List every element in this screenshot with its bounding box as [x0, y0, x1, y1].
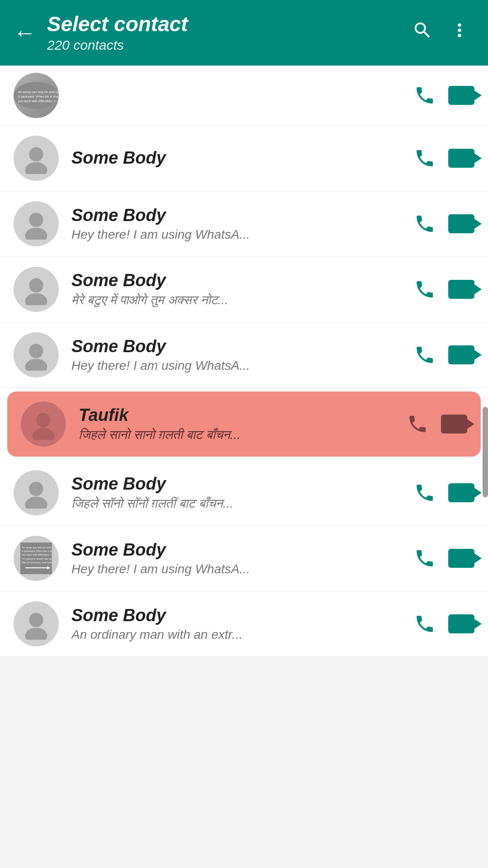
- list-item[interactable]: Some Body जिहले सॉनो सॉनों ग़लतीं बाट बा…: [0, 460, 488, 526]
- contact-status: Hey there! I am using WhatsA...: [71, 359, 407, 373]
- call-button[interactable]: [414, 213, 436, 235]
- page-title: Select contact: [47, 13, 188, 36]
- contact-status: Hey there! I am using WhatsA...: [71, 227, 407, 242]
- svg-text:An arrow can only be shot by p: An arrow can only be shot by pulling: [18, 90, 59, 94]
- contact-count: 220 contacts: [47, 38, 188, 53]
- scrollbar[interactable]: [483, 407, 488, 497]
- avatar: [14, 332, 59, 377]
- contact-name: Some Body: [71, 605, 407, 626]
- video-call-button[interactable]: [448, 345, 474, 364]
- contact-status: An ordinary man with an extr...: [71, 627, 407, 642]
- svg-point-10: [29, 344, 43, 358]
- call-button[interactable]: [414, 278, 436, 300]
- list-item[interactable]: Taufik जिहले सानो सानो ग़लती बाट बाँचन..…: [7, 392, 481, 457]
- call-button[interactable]: [414, 85, 436, 106]
- list-item[interactable]: Some Body: [0, 126, 488, 191]
- call-button[interactable]: [414, 482, 436, 504]
- search-icon[interactable]: [412, 20, 433, 46]
- header-right: [412, 20, 470, 46]
- svg-text:it backward. When life is drag: it backward. When life is dragging: [22, 550, 52, 552]
- list-item[interactable]: An arrow can only be shot by pulling it …: [0, 526, 488, 591]
- list-item[interactable]: Some Body Hey there! I am using WhatsA..…: [0, 322, 488, 388]
- contact-name: Some Body: [71, 270, 407, 291]
- svg-point-13: [33, 428, 55, 439]
- contact-name: Some Body: [71, 148, 407, 169]
- svg-text:you back with difficulties, it: you back with difficulties, it means: [18, 99, 59, 103]
- contact-list: An arrow can only be shot by pulling it …: [0, 66, 488, 657]
- contact-status: जिहले सानो सानो ग़लती बाट बाँचन...: [79, 428, 399, 443]
- contact-actions: [407, 413, 467, 435]
- contact-name: Some Body: [71, 474, 407, 495]
- contact-actions: [414, 547, 474, 569]
- avatar: [14, 267, 59, 312]
- contact-actions: [414, 278, 474, 300]
- svg-point-15: [25, 496, 47, 508]
- contact-actions: [414, 213, 474, 235]
- contact-actions: [414, 147, 474, 169]
- svg-point-11: [25, 359, 47, 370]
- avatar: [14, 470, 59, 515]
- contact-name: Some Body: [71, 205, 407, 226]
- partial-contact-item[interactable]: An arrow can only be shot by pulling it …: [0, 66, 488, 126]
- avatar: [21, 401, 66, 447]
- video-call-button[interactable]: [448, 614, 474, 633]
- video-call-button[interactable]: [448, 280, 474, 299]
- contact-name: Some Body: [71, 540, 407, 561]
- contact-status: जिहले सॉनो सॉनों ग़लतीं बाट बाँचन...: [71, 496, 407, 511]
- video-call-button[interactable]: [441, 415, 467, 434]
- contact-actions: [414, 85, 474, 106]
- contact-info: Some Body: [71, 148, 407, 169]
- contact-info: Some Body An ordinary man with an extr..…: [71, 605, 407, 642]
- avatar: [14, 201, 59, 246]
- video-call-button[interactable]: [448, 483, 474, 502]
- svg-text:big, so just focus, and keep g: big, so just focus, and keep g...": [22, 561, 52, 564]
- svg-point-9: [25, 293, 47, 305]
- call-button[interactable]: [407, 413, 428, 435]
- svg-point-4: [29, 147, 43, 161]
- contact-status: मेरे बटुए में पाओगे तुम अक्सर नोट...: [71, 293, 407, 308]
- svg-point-7: [25, 227, 47, 239]
- svg-point-12: [36, 413, 51, 427]
- back-button[interactable]: ←: [14, 21, 36, 44]
- svg-text:it backward. When life is drag: it backward. When life is dragging: [18, 95, 59, 99]
- svg-point-25: [25, 627, 47, 639]
- video-call-button[interactable]: [448, 549, 474, 568]
- more-options-icon[interactable]: [449, 20, 470, 46]
- contact-info: Taufik जिहले सानो सानो ग़लती बाट बाँचन..…: [79, 405, 399, 443]
- svg-point-5: [25, 162, 47, 174]
- svg-point-24: [29, 613, 43, 627]
- svg-text:you back with difficulties, it: you back with difficulties, it means: [22, 553, 52, 556]
- svg-point-14: [29, 481, 43, 496]
- contact-info: Some Body Hey there! I am using WhatsA..…: [71, 205, 407, 242]
- contact-actions: [414, 482, 474, 504]
- contact-name: Taufik: [79, 405, 399, 426]
- call-button[interactable]: [414, 147, 436, 169]
- contact-actions: [414, 613, 474, 635]
- contact-info: Some Body जिहले सॉनो सॉनों ग़लतीं बाट बा…: [71, 474, 407, 511]
- avatar: [14, 601, 59, 646]
- list-item[interactable]: Some Body Hey there! I am using WhatsA..…: [0, 191, 488, 257]
- svg-point-8: [29, 278, 43, 292]
- contact-info: Some Body Hey there! I am using WhatsA..…: [71, 336, 407, 373]
- avatar: An arrow can only be shot by pulling it …: [14, 73, 59, 118]
- avatar: [14, 136, 59, 181]
- contact-actions: [414, 344, 474, 366]
- video-call-button[interactable]: [448, 214, 474, 233]
- svg-text:An arrow can only be shot by p: An arrow can only be shot by pulling: [22, 546, 52, 548]
- contact-status: Hey there! I am using WhatsA...: [71, 562, 407, 576]
- video-call-button[interactable]: [448, 149, 474, 168]
- contact-info: Some Body Hey there! I am using WhatsA..…: [71, 540, 407, 577]
- call-button[interactable]: [414, 547, 436, 569]
- svg-point-6: [29, 212, 43, 227]
- call-button[interactable]: [414, 344, 436, 366]
- contact-info: Some Body मेरे बटुए में पाओगे तुम अक्सर …: [71, 270, 407, 308]
- app-header: ← Select contact 220 contacts: [0, 0, 488, 66]
- svg-text:"it's going to launch you into: "it's going to launch you into something: [22, 557, 52, 560]
- header-left: ← Select contact 220 contacts: [14, 13, 188, 53]
- call-button[interactable]: [414, 613, 436, 635]
- list-item[interactable]: Some Body मेरे बटुए में पाओगे तुम अक्सर …: [0, 257, 488, 322]
- list-item[interactable]: Some Body An ordinary man with an extr..…: [0, 591, 488, 657]
- contact-name: Some Body: [71, 336, 407, 357]
- avatar: An arrow can only be shot by pulling it …: [14, 536, 59, 581]
- video-call-button[interactable]: [448, 86, 474, 105]
